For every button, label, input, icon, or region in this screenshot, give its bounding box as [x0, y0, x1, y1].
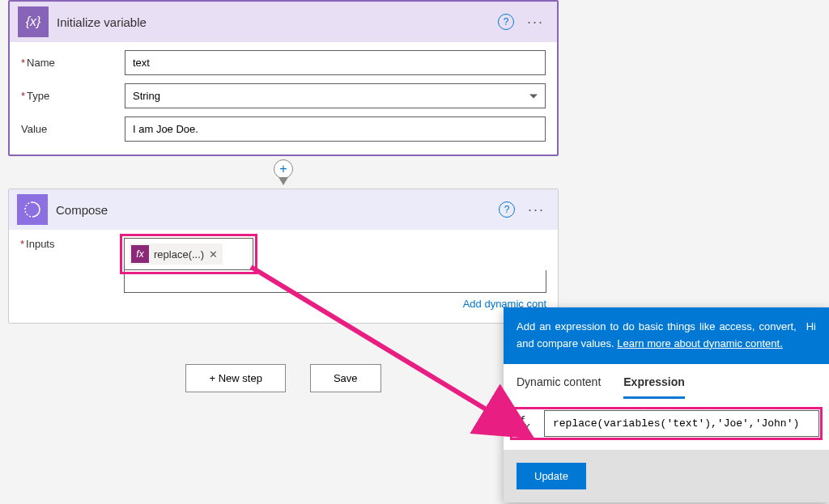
popup-banner: Add an expression to do basic things lik…: [504, 307, 829, 364]
field-label: Value: [21, 123, 125, 135]
card-title: Initialize variable: [57, 15, 490, 29]
fx-icon: fx: [131, 245, 149, 263]
arrow-down-icon: [278, 177, 288, 185]
field-label: *Type: [21, 90, 125, 102]
dynamic-content-popup: Add an expression to do basic things lik…: [504, 307, 829, 502]
expression-token[interactable]: fx replace(...) ✕: [130, 244, 223, 265]
field-row-value: Value: [21, 116, 546, 142]
variable-icon: {x}: [18, 6, 49, 37]
popup-footer: Update: [504, 450, 829, 502]
compose-icon: [17, 194, 48, 225]
card-header[interactable]: Compose ? ···: [9, 189, 558, 230]
field-label: *Name: [21, 57, 125, 69]
save-button[interactable]: Save: [310, 364, 381, 392]
help-icon[interactable]: ?: [499, 201, 515, 218]
token-label: replace(...): [154, 248, 204, 260]
new-step-button[interactable]: + New step: [185, 364, 285, 392]
card-body: *Name *Type Value: [10, 42, 557, 155]
inputs-field[interactable]: fx replace(...) ✕: [124, 238, 253, 270]
update-button[interactable]: Update: [517, 463, 586, 489]
fx-icon: fx: [513, 413, 536, 433]
insert-step-button[interactable]: +: [274, 159, 293, 179]
tab-dynamic-content[interactable]: Dynamic content: [517, 375, 601, 399]
hide-banner-link[interactable]: Hi: [806, 319, 816, 353]
remove-token-icon[interactable]: ✕: [209, 248, 218, 260]
field-row-inputs: *Inputs fx replace(...) ✕ Add dynamic co…: [20, 238, 546, 310]
card-title: Compose: [56, 203, 491, 217]
value-input[interactable]: [125, 116, 546, 142]
field-row-name: *Name: [21, 50, 546, 75]
type-select[interactable]: [125, 83, 546, 108]
expression-input-row: fx: [513, 410, 819, 437]
help-icon[interactable]: ?: [498, 14, 514, 30]
expression-input[interactable]: [544, 410, 819, 437]
field-label: *Inputs: [20, 238, 124, 250]
card-body: *Inputs fx replace(...) ✕ Add dynamic co…: [9, 230, 558, 323]
connector: +: [8, 156, 559, 188]
action-card-initialize-variable: {x} Initialize variable ? ··· *Name *Typ…: [8, 0, 559, 156]
card-header[interactable]: {x} Initialize variable ? ···: [10, 2, 557, 42]
popup-tabs: Dynamic content Expression: [504, 364, 829, 399]
add-dynamic-content-link[interactable]: Add dynamic cont: [124, 298, 546, 310]
learn-more-link[interactable]: Learn more about dynamic content.: [617, 337, 783, 349]
field-row-type: *Type: [21, 83, 546, 108]
action-card-compose: Compose ? ··· *Inputs fx replace(...) ✕: [8, 188, 559, 324]
name-input[interactable]: [125, 50, 546, 75]
more-menu-icon[interactable]: ···: [523, 201, 550, 218]
more-menu-icon[interactable]: ···: [522, 14, 549, 31]
footer-buttons: + New step Save: [8, 364, 559, 392]
tab-expression[interactable]: Expression: [623, 375, 684, 399]
